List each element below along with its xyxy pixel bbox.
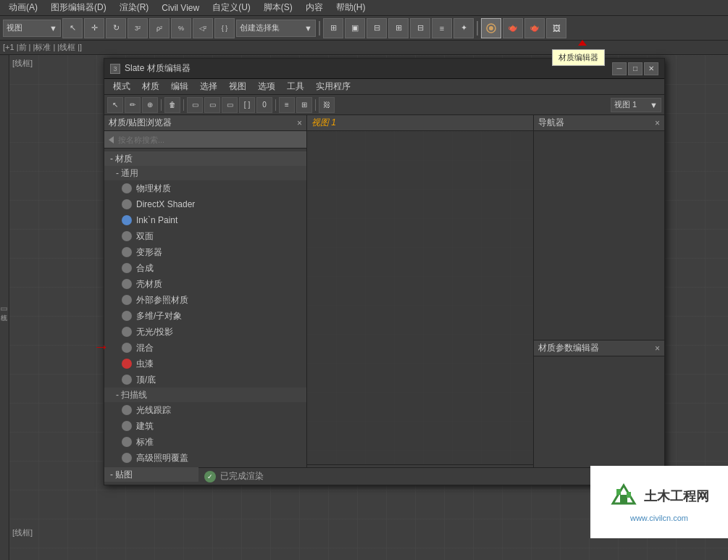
dialog-tb-0[interactable]: 0 — [256, 97, 272, 113]
status-icon: ✓ — [204, 471, 216, 482]
list-item[interactable]: 多维/子对象 — [104, 308, 306, 324]
list-item[interactable]: DirectX Shader — [104, 196, 306, 212]
menu-graph-editor[interactable]: 图形编辑器(D) — [45, 0, 112, 15]
dialog-menu-tools[interactable]: 工具 — [281, 79, 310, 94]
material-icon — [122, 375, 132, 385]
material-icon — [122, 247, 132, 257]
main-area: [线框] [线框] [线框] → 3 Slate 材质编辑器 ─ — [0, 55, 728, 560]
menu-customize[interactable]: 自定义(U) — [206, 0, 256, 15]
watermark: 土木工程网 www.civilcn.com — [590, 466, 728, 538]
dialog-maximize-button[interactable]: □ — [628, 62, 643, 75]
view-panel: 视图 1 i — [307, 115, 534, 485]
dialog-title-area: 3 Slate 材质编辑器 — [110, 62, 191, 75]
view-panel-header: 视图 1 — [307, 115, 533, 131]
dialog-close-button[interactable]: ✕ — [644, 62, 658, 75]
navigator-close[interactable]: × — [655, 118, 660, 128]
material-icon — [122, 279, 132, 289]
dialog-tb-rect[interactable]: ▭ — [187, 97, 203, 113]
toolbar-btn-mirror[interactable]: { } — [214, 18, 235, 38]
toolbar-btn-select[interactable]: ↖ — [62, 18, 83, 38]
toolbar-btn-snap2[interactable]: ⊞ — [388, 18, 409, 38]
search-input[interactable] — [118, 135, 302, 144]
scanline-subsection-header[interactable]: - 扫描线 — [104, 388, 306, 402]
materials-section-header[interactable]: - 材质 — [104, 151, 306, 166]
view-panel-grid — [307, 131, 533, 464]
toolbar-btn-snap[interactable]: ◁² — [193, 18, 213, 38]
dialog-minimize-button[interactable]: ─ — [612, 62, 627, 75]
toolbar-btn-star[interactable]: ✦ — [453, 18, 474, 38]
search-expand-icon[interactable] — [109, 136, 114, 143]
list-item[interactable]: 标准 — [104, 434, 306, 450]
list-item[interactable]: 顶/底 — [104, 372, 306, 388]
list-item[interactable]: 外部参照材质 — [104, 292, 306, 308]
dialog-tb-select[interactable]: ↖ — [107, 97, 123, 113]
toolbar-btn-obj[interactable]: ▣ — [345, 18, 365, 38]
menu-animation[interactable]: 动画(A) — [3, 0, 43, 15]
viewport-dropdown[interactable]: 视图 ▼ — [3, 20, 61, 37]
list-item[interactable]: 壳材质 — [104, 276, 306, 292]
menu-render[interactable]: 渲染(R) — [114, 0, 155, 15]
dialog-tb-rect2[interactable]: ▭ — [204, 97, 220, 113]
dialog-tb-rect3[interactable]: ▭ — [222, 97, 238, 113]
dialog-tb-pan[interactable]: ⊕ — [142, 97, 158, 113]
dialog-menu-view[interactable]: 视图 — [223, 79, 252, 94]
material-icon — [122, 359, 132, 369]
dialog-body: 材质/贴图浏览器 × - 材质 — [104, 115, 664, 485]
menu-help[interactable]: 帮助(H) — [330, 0, 372, 15]
list-item[interactable]: 建筑 — [104, 418, 306, 434]
toolbar-btn-rotate[interactable]: ↻ — [106, 18, 126, 38]
list-item[interactable]: 虫漆 — [104, 356, 306, 372]
toolbar-btn-grid[interactable]: ⊟ — [367, 18, 387, 38]
dialog-tb-list[interactable]: ≡ — [279, 97, 295, 113]
dialog-view-dropdown[interactable]: 视图 1 ▼ — [611, 98, 661, 112]
toolbar-btn-scale[interactable]: 3² — [127, 18, 148, 38]
general-subsection-header[interactable]: - 通用 — [104, 166, 306, 180]
main-viewport: [线框] [线框] → 3 Slate 材质编辑器 ─ □ ✕ — [9, 55, 728, 560]
dialog-tb-move[interactable]: ✏ — [125, 97, 141, 113]
toolbar-btn-render3[interactable]: 🖼 — [546, 18, 566, 38]
toolbar-btn-ribbon[interactable]: ⊟ — [410, 18, 430, 38]
dialog-tb-bracket[interactable]: [ ] — [239, 97, 255, 113]
toolbar-btn-arc[interactable]: ρ² — [149, 18, 170, 38]
toolbar-btn-render2[interactable]: 🫖 — [524, 18, 545, 38]
material-browser-close[interactable]: × — [297, 118, 302, 128]
list-item[interactable]: 光线跟踪 — [104, 402, 306, 418]
material-icon — [122, 327, 132, 337]
material-editor-tooltip: 材质编辑器 — [552, 49, 605, 66]
dialog-tb-delete[interactable]: 🗑 — [164, 97, 180, 113]
toolbar-btn-percent[interactable]: % — [171, 18, 191, 38]
dialog-menu-edit[interactable]: 编辑 — [165, 79, 194, 94]
menu-content[interactable]: 内容 — [300, 0, 329, 15]
toolbar-sep-1 — [319, 21, 320, 35]
list-item[interactable]: 无光/投影 — [104, 324, 306, 340]
menu-civil-view[interactable]: Civil View — [156, 1, 205, 14]
list-item[interactable]: 混合 — [104, 340, 306, 356]
toolbar-btn-render1[interactable]: 🫖 — [503, 18, 523, 38]
toolbar-btn-layers[interactable]: ⊞ — [323, 18, 343, 38]
list-item[interactable]: 高级照明覆盖 — [104, 450, 306, 466]
list-item[interactable]: Ink`n Paint — [104, 212, 306, 228]
dialog-menu-select[interactable]: 选择 — [194, 79, 223, 94]
dialog-tb-chain[interactable]: ⛓ — [319, 97, 335, 113]
dialog-menu-utilities[interactable]: 实用程序 — [310, 79, 356, 94]
dialog-menu-options[interactable]: 选项 — [252, 79, 281, 94]
toolbar-btn-move[interactable]: ✛ — [84, 18, 104, 38]
create-selection-set-dropdown[interactable]: 创建选择集 ▼ — [236, 20, 316, 37]
dialog-tb-sep1 — [161, 99, 162, 111]
dialog-menu-mode[interactable]: 模式 — [107, 79, 136, 94]
list-item[interactable]: 变形器 — [104, 244, 306, 260]
dialog-menu-material[interactable]: 材质 — [136, 79, 165, 94]
toolbar-btn-list[interactable]: ≡ — [432, 18, 452, 38]
param-editor-close[interactable]: × — [655, 343, 660, 354]
dialog-toolbar: ↖ ✏ ⊕ 🗑 ▭ ▭ ▭ [ ] 0 ≡ ⊞ ⛓ 视图 1 ▼ — [104, 95, 664, 115]
dialog-tb-grid[interactable]: ⊞ — [296, 97, 312, 113]
list-item[interactable]: 合成 — [104, 260, 306, 276]
menu-script[interactable]: 脚本(S) — [258, 0, 298, 15]
material-editor-button[interactable] — [481, 18, 501, 38]
list-item[interactable]: 物理材质 — [104, 180, 306, 196]
list-item[interactable]: 双面 — [104, 228, 306, 244]
watermark-url: www.civilcn.com — [630, 514, 688, 522]
material-icon — [122, 421, 132, 431]
arrow-indicator: → — [93, 338, 109, 356]
navigator-title: 导航器 — [538, 117, 564, 129]
